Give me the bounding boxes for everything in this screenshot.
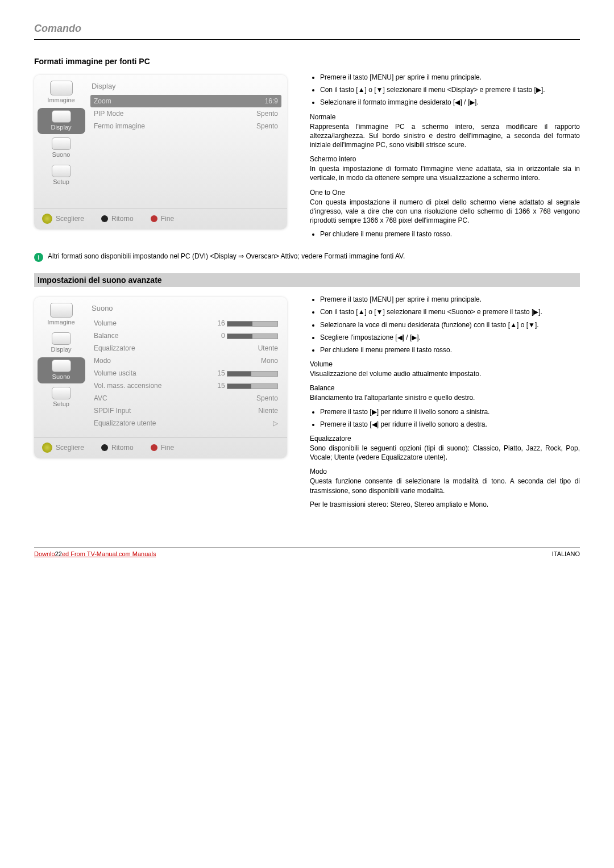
- tab-immagine[interactable]: Immagine: [38, 78, 85, 107]
- bullet: Premere il tasto [◀] per ridurre il live…: [320, 420, 580, 429]
- sub-schermo: Schermo intero: [310, 155, 580, 163]
- bullet: Con il tasto [▲] o [▼] selezionare il me…: [320, 307, 580, 316]
- tab-label: Display: [51, 124, 71, 131]
- exit-icon: [151, 444, 157, 451]
- menu-item-volmass[interactable]: Vol. mass. accensione15: [90, 379, 281, 392]
- tab-label: Suono: [52, 373, 70, 380]
- footer-scegliere: Scegliere: [42, 443, 84, 453]
- item-value: Spento: [256, 110, 278, 118]
- menu-item-pip[interactable]: PIP ModeSpento: [90, 107, 281, 120]
- sub-volume: Volume: [310, 360, 580, 368]
- back-icon: [101, 444, 108, 451]
- gear-icon: [42, 214, 52, 224]
- sound-menu-panel: Immagine Display Suono Setup Suono Volum…: [34, 297, 287, 458]
- footer-link[interactable]: Downlo22ed From TV-Manual.com Manuals: [34, 550, 156, 557]
- item-label: Volume: [94, 319, 117, 327]
- tab-label: Setup: [53, 400, 69, 407]
- tab-immagine[interactable]: Immagine: [38, 301, 85, 329]
- bullet: Per chiudere il menu premere il tasto ro…: [320, 345, 580, 354]
- para: Con questa impostazione il numero di pix…: [310, 198, 580, 226]
- header-rule: [34, 39, 580, 40]
- para: Sono disponibili le seguenti opzioni (ti…: [310, 444, 580, 462]
- para: Questa funzione consente di selezionare …: [310, 477, 580, 495]
- item-label: Equalizzatore utente: [94, 419, 156, 427]
- footer-fine: Fine: [151, 444, 174, 452]
- item-value: Utente: [258, 344, 278, 352]
- para: In questa impostazione di formato l'imma…: [310, 164, 580, 182]
- menu-title: Suono: [92, 304, 281, 312]
- bullet: Premere il tasto [MENU] per aprire il me…: [320, 73, 580, 82]
- page-header: Comando: [34, 23, 580, 35]
- item-label: Modo: [94, 357, 111, 365]
- bullet: Selezionare il formato immagine desidera…: [320, 98, 580, 107]
- sub-onetoone: One to One: [310, 189, 580, 197]
- sub-balance: Balance: [310, 384, 580, 392]
- footer-scegliere: Scegliere: [42, 214, 84, 224]
- item-label: Zoom: [94, 97, 111, 105]
- menu-item-modo[interactable]: ModoMono: [90, 354, 281, 367]
- item-value: Spento: [256, 394, 278, 402]
- tab-label: Suono: [52, 151, 70, 158]
- para: Rappresenta l'immagine PC a schermo inte…: [310, 122, 580, 150]
- item-value: 15: [217, 382, 278, 390]
- item-value: ▷: [273, 419, 278, 427]
- item-label: SPDIF Input: [94, 407, 131, 415]
- back-icon: [101, 215, 108, 222]
- item-label: Balance: [94, 332, 118, 340]
- menu-item-eq[interactable]: EqualizzatoreUtente: [90, 342, 281, 354]
- item-label: Vol. mass. accensione: [94, 382, 161, 390]
- bullet: Scegliere l'impostazione [◀] / [▶].: [320, 333, 580, 342]
- menu-item-volume[interactable]: Volume16: [90, 317, 281, 329]
- tab-suono[interactable]: Suono: [38, 135, 85, 161]
- item-value: Mono: [261, 357, 278, 365]
- tab-label: Display: [51, 346, 71, 353]
- item-label: PIP Mode: [94, 110, 123, 118]
- sub-normale: Normale: [310, 113, 580, 121]
- item-value: 16: [217, 319, 278, 327]
- menu-title: Display: [92, 82, 281, 90]
- menu-item-equtente[interactable]: Equalizzatore utente▷: [90, 417, 281, 429]
- item-label: Equalizzatore: [94, 344, 135, 352]
- footer-left: Downlo22ed From TV-Manual.com Manuals: [34, 550, 156, 557]
- tab-label: Immagine: [47, 97, 74, 103]
- menu-item-zoom[interactable]: Zoom16:9: [90, 95, 281, 107]
- menu-item-avc[interactable]: AVCSpento: [90, 392, 281, 404]
- item-value: 16:9: [265, 97, 278, 105]
- tab-label: Setup: [53, 178, 69, 185]
- footer-ritorno: Ritorno: [101, 215, 134, 223]
- tab-setup[interactable]: Setup: [38, 385, 85, 411]
- footer-fine: Fine: [151, 215, 174, 223]
- tab-suono[interactable]: Suono: [38, 357, 85, 383]
- menu-item-spdif[interactable]: SPDIF InputNiente: [90, 404, 281, 417]
- exit-icon: [151, 215, 157, 222]
- para: Bilanciamento tra l'altoparlante sinistr…: [310, 393, 580, 402]
- tab-display[interactable]: Display: [38, 108, 85, 134]
- item-label: Fermo immagine: [94, 122, 145, 130]
- gear-icon: [42, 443, 52, 453]
- bullet: Premere il tasto [MENU] per aprire il me…: [320, 295, 580, 304]
- bullet: Selezionare la voce di menu desiderata (…: [320, 320, 580, 329]
- bullet: Con il tasto [▲] o [▼] selezionare il me…: [320, 85, 580, 94]
- item-value: Spento: [256, 122, 278, 130]
- menu-item-fermo[interactable]: Fermo immagineSpento: [90, 120, 281, 132]
- section1-heading: Formati immagine per fonti PC: [34, 57, 580, 66]
- item-label: AVC: [94, 394, 107, 402]
- bullet: Per chiudere il menu premere il tasto ro…: [320, 229, 580, 239]
- para: Visualizzazione del volume audio attualm…: [310, 369, 580, 378]
- tab-display[interactable]: Display: [38, 330, 85, 356]
- section2-heading: Impostazioni del suono avanzate: [34, 273, 580, 287]
- item-value: 0: [221, 332, 278, 340]
- menu-item-balance[interactable]: Balance0: [90, 329, 281, 342]
- sub-eq: Equalizzatore: [310, 435, 580, 443]
- info-note: Altri formati sono disponibili impostand…: [48, 252, 405, 260]
- tab-setup[interactable]: Setup: [38, 162, 85, 189]
- info-icon: i: [34, 253, 43, 262]
- bullet: Premere il tasto [▶] per ridurre il live…: [320, 407, 580, 416]
- item-value: 15: [217, 369, 278, 377]
- display-menu-panel: Immagine Display Suono Setup Display Zoo…: [34, 75, 287, 229]
- item-value: Niente: [258, 407, 278, 415]
- item-label: Volume uscita: [94, 369, 136, 377]
- sub-modo: Modo: [310, 468, 580, 475]
- menu-item-voluscita[interactable]: Volume uscita15: [90, 367, 281, 379]
- para: Per le trasmissioni stereo: Stereo, Ster…: [310, 500, 580, 509]
